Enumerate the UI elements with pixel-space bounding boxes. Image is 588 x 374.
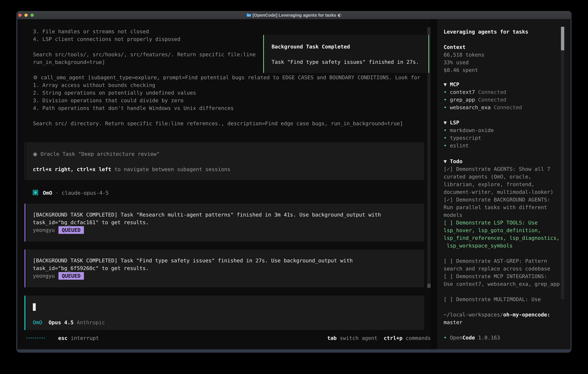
notification-body: Task "Find type safety issues" finished … (272, 58, 428, 66)
status-badge: QUEUED (58, 226, 84, 234)
chevron-down-icon: ▼ (444, 158, 447, 164)
mcp-item: • grep_app Connected (444, 96, 522, 104)
cmd-label: commands (406, 335, 431, 341)
agent-name: OmO (43, 190, 52, 196)
main-scrollbar-thumb[interactable] (427, 284, 430, 288)
lsp-item: • markdown-oxide (444, 126, 494, 134)
scrollback-line: 3. File handles or streams not closed (33, 28, 420, 35)
task-line1: [BACKGROUND TASK COMPLETED] Task "Resear… (33, 211, 424, 218)
input-model-line: OmO Opus 4.5 Anthropic (33, 319, 424, 326)
context-used: 33% used (444, 59, 484, 66)
hint-rest: to navigate between subagent sessions (111, 166, 231, 172)
oracle-task-card: ◉ Oracle Task "Deep architecture review"… (26, 142, 424, 180)
context-section: Context 66,518 tokens 33% used $0.46 spe… (444, 43, 484, 74)
workspace-path: ~/local-workspaces/oh-my-opencode: (444, 311, 550, 319)
session-indicator-icon: ◐ (338, 11, 341, 19)
chevron-down-icon: ▼ (444, 120, 447, 125)
todo-line: Run parallel tasks with different (444, 204, 560, 211)
folder-icon (247, 13, 251, 17)
input-line[interactable] (33, 303, 424, 311)
close-button[interactable] (18, 14, 21, 17)
lsp-section-header[interactable]: ▼ LSP (444, 119, 494, 126)
sidebar-scrollbar[interactable] (561, 27, 564, 299)
agent-header: OmO · claude-opus-4-5 (43, 189, 109, 197)
todo-line-active: [ ] Demonstrate LSP TOOLS: Use (444, 219, 560, 227)
task-line2: task_id="bg_dcfac161" to get results. (33, 218, 424, 226)
panel-divider (430, 19, 437, 349)
window-titlebar: [OpenCode] Leveraging agents for tasks ◐ (16, 11, 571, 19)
hint-keys: ctrl+x right, ctrl+x left (33, 166, 111, 172)
todo-line: [ ] Demonstrate AST-GREP: Pattern (444, 257, 560, 265)
todo-section-header[interactable]: ▼ Todo (444, 157, 560, 165)
workspace-branch: master (444, 319, 550, 326)
scrollback-line: 4. Path operations that don't handle Win… (33, 104, 420, 112)
tab-key: tab (327, 335, 337, 341)
bullet-icon: • (444, 104, 447, 110)
todo-line: [ ] Demonstrate MCP INTEGRATIONS: (444, 272, 560, 280)
window-bottom-strip (17, 349, 571, 352)
notification-title: Background Task Completed (272, 43, 428, 51)
bullet-icon: • (444, 127, 447, 133)
text-cursor (33, 303, 36, 311)
bullet-icon: • (444, 335, 447, 341)
task-user: yeongyu (33, 227, 55, 233)
bullet-icon: • (444, 97, 447, 103)
esc-key: esc (58, 335, 68, 341)
prompt-input[interactable]: OmO Opus 4.5 Anthropic (26, 296, 424, 330)
bullet-icon: • (444, 135, 447, 141)
todo-line-active: lsp_workspace_symbols (444, 242, 560, 249)
task-card-accent (24, 204, 25, 241)
status-badge: QUEUED (58, 272, 84, 280)
todo-section: ▼ Todo [✓] Demonstrate AGENTS: Show all … (444, 157, 560, 303)
agent-model: claude-opus-4-5 (62, 190, 109, 196)
sidebar-scrollbar-thumb[interactable] (561, 27, 564, 50)
lsp-section: ▼ LSP • markdown-oxide • typescript • es… (444, 119, 494, 149)
background-task-notification: Background Task Completed Task "Find typ… (263, 35, 429, 73)
mcp-section-header[interactable]: ▼ MCP (444, 81, 522, 88)
input-accent (24, 296, 25, 330)
context-tokens: 66,518 tokens (444, 51, 484, 59)
background-task-card: [BACKGROUND TASK COMPLETED] Task "Resear… (26, 204, 424, 241)
todo-line: [ ] Demonstrate MULTIMODAL: Use (444, 295, 560, 303)
lsp-item: • eslint (444, 142, 494, 149)
scrollback-line: 3. Division operations that could divide… (33, 97, 420, 104)
todo-line: models (444, 211, 560, 219)
todo-line: Use context7, websearch_exa, grep_app (444, 280, 560, 288)
todo-line-active: lsp_find_references, lsp_diagnostics, (444, 234, 560, 242)
status-right: tab switch agent ctrl+p commands (327, 334, 431, 342)
task-status-line: yeongyuQUEUED (33, 272, 424, 280)
todo-line: [✓] Demonstrate AGENTS: Show all 7 (444, 165, 560, 173)
tool-call-line: ⚙ call_omo_agent [subagent_type=explore,… (33, 74, 420, 81)
input-provider: Anthropic (77, 320, 105, 325)
task-status-line: yeongyuQUEUED (33, 226, 424, 234)
cmd-key: ctrl+p (384, 335, 402, 341)
scrollback-line: 1. Array access without bounds checking (33, 81, 420, 89)
task-user: yeongyu (33, 273, 55, 279)
gear-icon: ⚙ (33, 74, 38, 80)
oracle-icon: ◉ (33, 151, 37, 157)
zoom-button[interactable] (31, 14, 34, 17)
oracle-card-accent (24, 142, 25, 180)
oracle-task-line: ◉ Oracle Task "Deep architecture review" (33, 150, 424, 158)
mcp-section: ▼ MCP • context7 Connected • grep_app Co… (444, 81, 522, 111)
minimize-button[interactable] (24, 14, 28, 17)
bullet-icon: • (444, 143, 447, 148)
desktop: { "titlebar": { "title": "[OpenCode] Lev… (0, 0, 588, 374)
window-title: [OpenCode] Leveraging agents for tasks (253, 11, 336, 19)
todo-line: curated agents (OmO, oracle, (444, 173, 560, 180)
lsp-item: • typescript (444, 134, 494, 142)
chevron-down-icon: ▼ (444, 82, 447, 87)
tab-label: switch agent (340, 335, 377, 341)
todo-line: search and replace across codebase (444, 265, 560, 272)
task-card-accent (24, 249, 25, 287)
version-line: • OpenCode 1.0.163 (444, 334, 550, 342)
input-model: Opus 4.5 (48, 320, 74, 325)
sidebar-footer: ~/local-workspaces/oh-my-opencode: maste… (444, 311, 550, 342)
esc-label: interrupt (71, 335, 99, 341)
todo-line: document-writer, multimodal-looker) (444, 188, 560, 196)
todo-line: [✓] Demonstrate BACKGROUND AGENTS: (444, 196, 560, 204)
scrollback-line: 2. String operations on potentially unde… (33, 89, 420, 97)
session-title: Leveraging agents for tasks (444, 28, 528, 36)
context-header: Context (444, 43, 484, 51)
mcp-item: • websearch_exa Connected (444, 104, 522, 111)
